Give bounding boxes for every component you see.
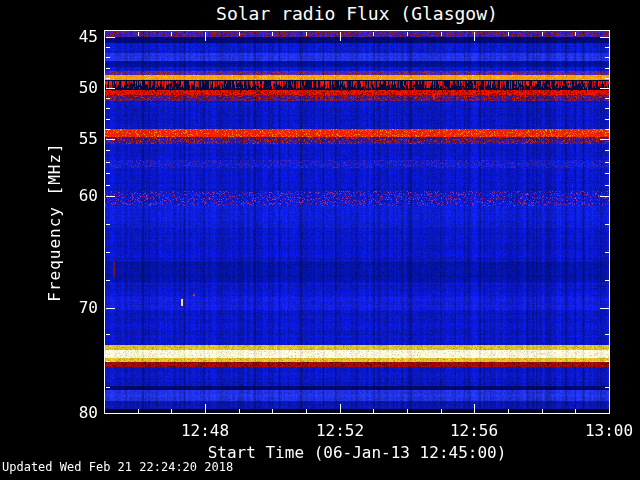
y-axis-title: Frequency [MHz]: [45, 121, 65, 323]
spectrogram-canvas: [105, 31, 609, 413]
x-tick-label: 12:52: [306, 423, 374, 439]
y-tick-label: 45: [40, 29, 98, 45]
chart-title: Solar radio Flux (Glasgow): [105, 3, 609, 25]
updated-timestamp: Updated Wed Feb 21 22:24:20 2018: [2, 460, 233, 474]
x-tick-label: 13:00: [575, 423, 640, 439]
y-tick-label: 55: [40, 131, 98, 147]
y-tick-label: 60: [40, 188, 98, 204]
x-tick-label: 12:56: [440, 423, 508, 439]
x-tick-label: 12:48: [171, 423, 239, 439]
y-tick-label: 50: [40, 80, 98, 96]
solar-radio-flux-page: Solar radio Flux (Glasgow) Frequency [MH…: [0, 0, 640, 480]
y-tick-label: 80: [40, 405, 98, 421]
y-tick-label: 70: [40, 300, 98, 316]
